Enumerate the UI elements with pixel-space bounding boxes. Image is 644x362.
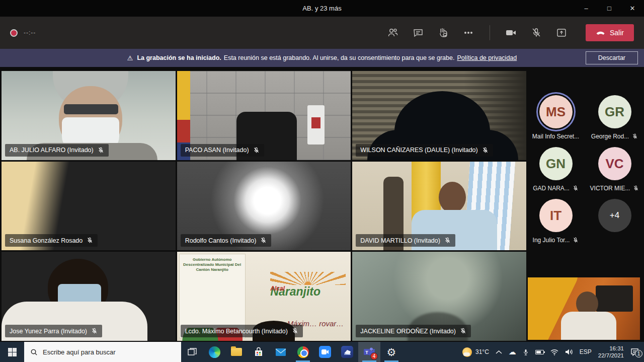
scene-logo-sub: Alcal <box>270 285 285 292</box>
participant-label: George Rod... <box>591 133 629 140</box>
video-tile-paco-asan[interactable]: PACO ASAN (Invitado) <box>177 71 351 160</box>
dismiss-banner-button[interactable]: Descartar <box>586 51 638 64</box>
participant-name-pill: Susana González Rosado <box>5 234 98 247</box>
taskbar-app-chrome[interactable] <box>292 342 314 362</box>
participant-name: AB. JULIO ALFARO (Invitado) <box>10 147 94 154</box>
taskbar-app-store[interactable] <box>248 342 270 362</box>
participant-avatar-ms[interactable]: MS Mail Info Secret... <box>528 95 584 147</box>
taskbar-app-scanner[interactable] <box>336 342 358 362</box>
weather-widget[interactable]: 31°C <box>462 347 489 357</box>
svg-text:T: T <box>365 350 368 355</box>
video-tile-jackeline-ordonez[interactable]: JACKELINE ORDOÑEZ (Invitado) <box>352 252 526 341</box>
video-tile-jose-yunez[interactable]: Jose Yunez Parra (Invitado) <box>2 252 176 341</box>
people-icon <box>387 27 399 39</box>
warning-icon: ⚠ <box>127 54 133 62</box>
action-center-button[interactable]: 1 <box>630 348 639 356</box>
participants-button[interactable] <box>384 24 402 42</box>
chat-icon <box>412 27 424 39</box>
participant-name-pill: PACO ASAN (Invitado) <box>181 144 264 157</box>
share-screen-icon <box>555 27 568 39</box>
participant-name: Jose Yunez Parra (Invitado) <box>10 328 87 335</box>
avatar: GR <box>598 95 631 128</box>
video-tile-julio-alfaro[interactable]: AB. JULIO ALFARO (Invitado) <box>2 71 176 160</box>
taskbar-clock[interactable]: 16:31 22/7/2021 <box>598 345 624 359</box>
video-tile-david-martillo[interactable]: DAVID MARTILLO (Invitado) <box>352 162 526 251</box>
mic-off-icon <box>573 185 579 191</box>
video-tile-susana-gonzalez[interactable]: Susana González Rosado <box>2 162 176 251</box>
participant-avatar-vc[interactable]: VC VICTOR MIE... <box>587 147 642 199</box>
participant-name: Susana González Rosado <box>10 237 83 244</box>
mic-off-icon <box>87 237 93 244</box>
video-tile-maximo-betancourth[interactable]: Gobierno Autónomo Descentralizado Munici… <box>177 252 351 341</box>
hangup-icon <box>596 30 605 35</box>
share-button[interactable] <box>552 24 571 42</box>
minimize-icon[interactable]: – <box>575 0 598 17</box>
video-tile-wilson-canizares[interactable]: WILSON CAÑIZARES (DAULE) (Invitado) <box>352 71 526 160</box>
window-controls: – □ ✕ <box>575 0 644 17</box>
onedrive-cloud-icon[interactable]: ☁ <box>509 347 516 356</box>
participant-overflow[interactable]: +4 <box>587 199 642 251</box>
leave-button[interactable]: Salir <box>586 24 634 41</box>
participant-name: PACO ASAN (Invitado) <box>185 147 249 154</box>
banner-title: La grabación se ha iniciado. <box>137 54 221 61</box>
video-grid: AB. JULIO ALFARO (Invitado) PACO ASAN (I… <box>2 71 526 341</box>
participant-avatar-gn[interactable]: GN GAD NARA... <box>528 147 584 199</box>
clock-time: 16:31 <box>609 345 624 351</box>
wifi-icon[interactable] <box>550 349 558 355</box>
leave-button-label: Salir <box>610 29 624 37</box>
more-options-button[interactable] <box>459 24 477 42</box>
taskbar-search-input[interactable]: Escribe aquí para buscar <box>24 342 181 362</box>
mic-off-icon <box>530 27 542 39</box>
participant-label: Ing Julio Tor... <box>533 237 570 244</box>
self-video-tile[interactable] <box>528 277 640 340</box>
participant-label: Mail Info Secret... <box>532 133 579 140</box>
privacy-policy-link[interactable]: Política de privacidad <box>457 54 517 61</box>
chat-button[interactable] <box>409 24 427 42</box>
participant-name: Lcdo. Máximo Betancourth (Invitado) <box>185 328 288 335</box>
taskbar-app-zoom[interactable] <box>314 342 336 362</box>
camera-button[interactable] <box>502 24 520 42</box>
participant-avatar-it[interactable]: IT Ing Julio Tor... <box>528 199 584 251</box>
video-tile-rodolfo-cantos[interactable]: Rodolfo Cantos (Invitado) <box>177 162 351 251</box>
keyboard-language[interactable]: ESP <box>580 348 592 355</box>
taskbar-app-mail[interactable] <box>270 342 292 362</box>
mic-off-icon <box>253 147 260 154</box>
mic-off-icon <box>98 147 104 154</box>
close-icon[interactable]: ✕ <box>621 0 644 17</box>
avatar: GN <box>539 147 573 180</box>
tray-chevron-up-icon[interactable] <box>496 350 502 354</box>
video-feed-decor <box>596 285 633 312</box>
notification-badge: 1 <box>635 350 642 357</box>
task-view-button[interactable] <box>181 342 203 362</box>
mail-icon <box>275 348 286 356</box>
tray-mic-icon[interactable] <box>523 348 529 356</box>
raise-hand-icon <box>437 27 449 39</box>
reactions-button[interactable] <box>434 24 452 42</box>
mute-button[interactable] <box>527 24 545 42</box>
record-dot-icon <box>10 29 18 37</box>
mic-off-icon <box>260 237 267 244</box>
start-button[interactable] <box>0 342 24 362</box>
teams-notification-badge: 4 <box>370 352 378 360</box>
video-feed-decor <box>561 312 616 340</box>
taskbar-app-file-explorer[interactable] <box>225 342 248 362</box>
chrome-icon <box>297 346 309 358</box>
volume-icon[interactable] <box>565 348 573 355</box>
clock-date: 22/7/2021 <box>598 352 624 358</box>
participant-avatar-gr[interactable]: GR George Rod... <box>587 95 642 147</box>
taskbar-app-edge[interactable] <box>203 342 225 362</box>
store-icon <box>254 347 264 357</box>
mic-off-icon <box>91 328 98 334</box>
task-view-icon <box>188 348 197 356</box>
taskbar-app-teams[interactable]: T 4 <box>358 342 380 362</box>
maximize-icon[interactable]: □ <box>598 0 621 17</box>
participant-label: VICTOR MIE... <box>590 185 630 192</box>
avatar: VC <box>598 147 631 180</box>
meeting-timer: --:-- <box>24 29 36 36</box>
settings-gear-icon: ⚙ <box>387 347 396 357</box>
mic-off-icon <box>482 147 489 154</box>
participant-name-pill: Rodolfo Cantos (Invitado) <box>181 234 272 247</box>
battery-icon[interactable] <box>535 350 544 354</box>
banner-body: Esta reunión se está grabando. Al unirse… <box>224 54 455 61</box>
taskbar-app-settings[interactable]: ⚙ <box>380 342 403 362</box>
